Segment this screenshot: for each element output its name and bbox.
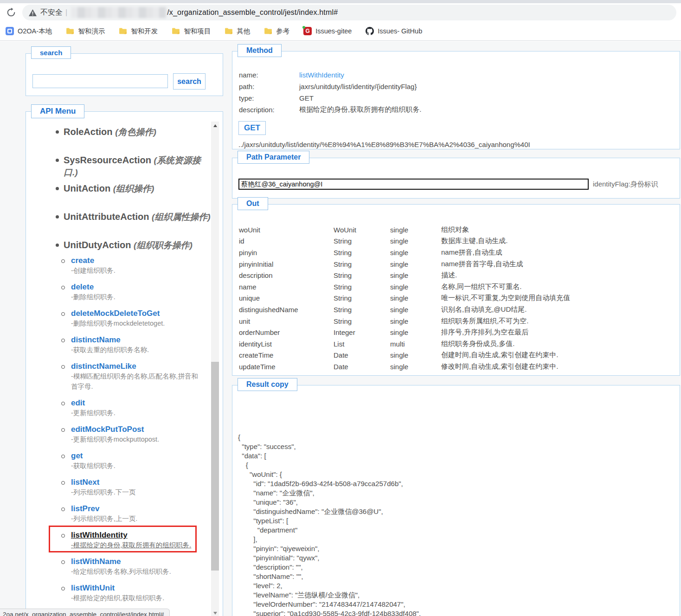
api-method-link[interactable]: listWithIdentity — [71, 531, 211, 540]
out-field-type: String — [334, 249, 390, 257]
out-field-name: orderNumber — [239, 328, 334, 336]
path-parameter-panel: Path Parameter identityFlag:身份标识 — [232, 158, 680, 199]
api-menu-entry: deleteMockDeleteToGet deleteMockDeleteTo… — [26, 309, 211, 328]
bookmark-folder-dev[interactable]: 智和开发 — [119, 27, 158, 36]
api-method-description: -给定组织职务名称,列示组织职务. — [71, 566, 211, 577]
bookmark-folder-project[interactable]: 智和项目 — [172, 27, 211, 36]
result-json-line: "description": "", — [238, 563, 676, 572]
out-field-name: updateTime — [239, 363, 334, 371]
out-field-name: unit — [239, 317, 334, 325]
bookmark-folder-reference[interactable]: 参考 — [264, 27, 289, 36]
result-json: { "type": "success", "data": [ { "woUnit… — [238, 405, 676, 616]
api-method-link[interactable]: get — [71, 451, 211, 461]
api-method-link[interactable]: distinctName — [71, 335, 211, 345]
url-path: /x_organization_assemble_control/jest/in… — [167, 8, 338, 17]
bookmark-issues-github[interactable]: Issues- GitHub — [366, 27, 422, 35]
api-method-link[interactable]: deleteMockDeleteToGet — [71, 309, 211, 318]
api-method-link[interactable]: edit — [71, 398, 211, 408]
reload-icon[interactable] — [5, 6, 18, 19]
out-table-row: name String single 名称,同一组织下不可重名. — [239, 281, 676, 293]
out-field-multiplicity: single — [390, 226, 441, 234]
out-field-type: String — [334, 283, 390, 291]
api-menu-entry: distinctNameLike distinctNameLike -模糊匹配组… — [26, 362, 211, 391]
api-method-description: -更新组织职务. — [71, 408, 211, 418]
out-field-name: description — [239, 271, 334, 279]
api-method-link[interactable]: delete — [71, 282, 211, 292]
identity-flag-input[interactable] — [238, 179, 589, 190]
action-group-label: UnitDutyAction — [64, 240, 131, 250]
out-field-multiplicity: single — [390, 306, 441, 314]
out-field-name: distinguishedName — [239, 306, 334, 314]
api-method-link[interactable]: create — [71, 256, 211, 265]
out-field-multiplicity: single — [390, 317, 441, 325]
out-table-row: pinyinInitial String single name拼音首字母,自动… — [239, 258, 676, 270]
out-field-type: String — [334, 271, 390, 279]
api-method-description: -获取组织职务. — [71, 461, 211, 471]
out-field-description: 排序号,升序排列,为空在最后 — [441, 328, 676, 337]
out-field-description: 名称,同一组织下不可重名. — [441, 282, 676, 291]
action-group-label: RoleAction — [64, 127, 113, 137]
api-menu-entry: RoleAction (角色操作) RoleAction — [26, 126, 211, 137]
api-method-link[interactable]: editMockPutToPost — [71, 425, 211, 434]
out-field-name: identityList — [239, 340, 334, 348]
api-method-link[interactable]: listWithName — [71, 557, 211, 566]
out-field-multiplicity: single — [390, 260, 441, 268]
result-json-line: { — [238, 461, 676, 470]
api-method-link[interactable]: listPrev — [71, 504, 211, 513]
scrollbar-thumb[interactable] — [211, 362, 219, 571]
bookmark-o2oa-local[interactable]: O2OA-本地 — [6, 27, 52, 36]
out-field-multiplicity: single — [390, 294, 441, 302]
out-field-description: 数据库主键,自动生成. — [441, 237, 676, 245]
out-table-row: unit String single 组织职务所属组织,不可为空. — [239, 315, 676, 327]
not-secure-warning-icon — [29, 9, 37, 16]
api-method-description: -删除组织职务. — [71, 292, 211, 302]
api-menu-entry: listPrev listPrev -列示组织职务,上一页. — [26, 504, 211, 524]
method-name-row: name: listWithIdentity — [239, 69, 675, 81]
folder-icon — [172, 27, 180, 35]
bookmark-folder-other[interactable]: 其他 — [225, 27, 250, 36]
omnibox-separator: | — [65, 8, 67, 17]
bookmark-issues-gitee[interactable]: G Issues-gitee — [303, 27, 352, 35]
address-bar[interactable]: 不安全 | /x_organization_assemble_control/j… — [22, 5, 676, 20]
http-verb-button[interactable]: GET — [238, 121, 266, 135]
result-json-line: "levelName": "兰德纵横/企业微信", — [238, 590, 676, 600]
api-menu-list: RoleAction (角色操作) RoleAction SysResource… — [26, 112, 211, 603]
api-method-link[interactable]: distinctNameLike — [71, 362, 211, 371]
scrollbar-down-arrow-icon[interactable] — [211, 609, 219, 616]
search-button[interactable]: search — [173, 73, 206, 90]
folder-icon — [119, 27, 127, 35]
out-field-multiplicity: single — [390, 271, 441, 279]
bookmark-folder-demo[interactable]: 智和演示 — [66, 27, 105, 36]
result-json-line: "type": "success", — [238, 442, 676, 451]
method-type-row: type: GET — [239, 92, 675, 104]
api-menu-entry: editMockPutToPost editMockPutToPost -更新组… — [26, 425, 211, 444]
search-input[interactable] — [32, 74, 168, 88]
api-method-description: -列示组织职务,上一页. — [71, 513, 211, 524]
out-field-type: Date — [334, 351, 390, 359]
api-menu-entry: listNext listNext -列示组织职务.下一页 — [26, 478, 211, 497]
api-method-link[interactable]: listNext — [71, 478, 211, 487]
result-json-line: "unique": "36", — [238, 498, 676, 507]
scrollbar-up-arrow-icon[interactable] — [211, 122, 219, 129]
out-field-type: String — [334, 237, 390, 245]
path-parameter-title: Path Parameter — [238, 151, 309, 164]
method-name-link[interactable]: listWithIdentity — [299, 71, 344, 79]
result-copy-title: Result copy — [238, 378, 297, 391]
api-method-link[interactable]: listWithUnit — [71, 584, 211, 593]
method-path-row: path: jaxrs/unitduty/list/identity/{iden… — [239, 81, 675, 92]
result-json-line: "shortName": "", — [238, 572, 676, 581]
out-field-type: String — [334, 317, 390, 325]
action-group-label: UnitAttributeAction — [64, 212, 149, 222]
result-json-line: "typeList": [ — [238, 516, 676, 526]
api-menu-panel: API Menu RoleAction (角色操作) RoleAction Sy… — [26, 111, 223, 616]
out-field-description: name拼音,自动生成 — [441, 248, 676, 257]
api-menu-entry: delete delete -删除组织职务. — [26, 282, 211, 302]
out-table-row: id String single 数据库主键,自动生成. — [239, 236, 676, 247]
out-field-description: 修改时间,自动生成,索引创建在约束中. — [441, 362, 676, 371]
api-method-description: -列示组织职务.下一页 — [71, 487, 211, 497]
api-menu-entry: SysResourceAction (系统资源接口.) SysResourceA… — [26, 154, 211, 166]
api-menu-entry: edit edit -更新组织职务. — [26, 398, 211, 418]
api-method-description: -根据给定的组织,获取组织职务. — [71, 593, 211, 603]
out-table: woUnit WoUnit single 组织对象 id String sing… — [239, 224, 676, 372]
api-method-description: -模糊匹配组织职务的名称,匹配名称,拼音和首字母. — [71, 371, 211, 391]
